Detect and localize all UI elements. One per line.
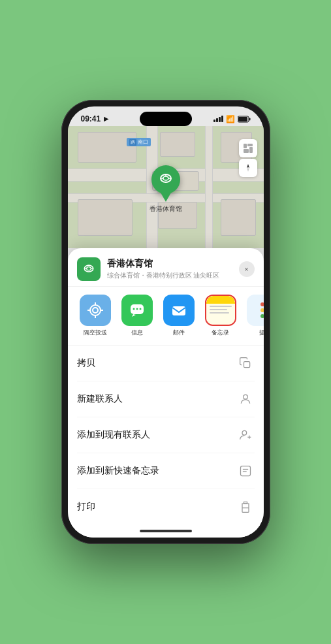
svg-rect-1 — [238, 117, 247, 121]
svg-marker-13 — [247, 168, 249, 172]
print-label: 打印 — [77, 501, 95, 513]
airdrop-icon — [80, 295, 111, 326]
svg-rect-26 — [244, 362, 249, 368]
venue-logo-icon — [82, 263, 95, 276]
message-icon — [121, 295, 153, 326]
action-copy[interactable]: 拷贝 — [77, 346, 255, 381]
person-icon — [236, 390, 255, 408]
road-icon: 路 — [129, 139, 136, 146]
building-6 — [221, 199, 256, 236]
battery-icon — [238, 116, 251, 123]
svg-rect-8 — [244, 144, 247, 148]
add-existing-label: 添加到现有联系人 — [77, 429, 150, 441]
sheet-header: 香港体育馆 综合体育馆・香港特别行政区 油尖旺区 × — [68, 248, 264, 287]
mail-icon — [163, 295, 195, 326]
airdrop-label: 隔空投送 — [84, 329, 107, 337]
mail-label: 邮件 — [173, 329, 185, 337]
new-contact-label: 新建联系人 — [77, 393, 123, 405]
close-button[interactable]: × — [239, 261, 255, 277]
building-1 — [78, 132, 136, 163]
more-share-label: 提 — [259, 329, 264, 337]
share-item-mail[interactable]: 邮件 — [161, 295, 197, 337]
location-arrow-icon: ▶ — [104, 116, 108, 122]
pin-label: 香港体育馆 — [150, 204, 182, 214]
action-add-existing[interactable]: 添加到现有联系人 — [77, 417, 255, 453]
bottom-sheet: 香港体育馆 综合体育馆・香港特别行政区 油尖旺区 × 隔空投 — [68, 248, 264, 538]
share-item-message[interactable]: 信息 — [119, 295, 155, 337]
status-icons: 📶 — [213, 115, 251, 123]
venue-subtitle: 综合体育馆・香港特别行政区 油尖旺区 — [107, 271, 232, 280]
status-time: 09:41 ▶ — [81, 114, 109, 123]
building-2 — [160, 132, 195, 156]
airdrop-logo — [86, 301, 104, 319]
svg-point-27 — [243, 394, 247, 399]
action-print[interactable]: 打印 — [77, 489, 255, 524]
location-button[interactable] — [239, 159, 257, 177]
map-controls — [239, 139, 257, 177]
print-icon — [236, 498, 255, 516]
share-item-airdrop[interactable]: 隔空投送 — [77, 295, 114, 337]
more-icon — [247, 295, 264, 326]
svg-marker-12 — [247, 164, 249, 168]
more-share-wrapper — [247, 295, 264, 326]
person-add-icon — [236, 426, 255, 444]
action-list: 拷贝 新建联系人 — [68, 346, 264, 524]
copy-label: 拷贝 — [77, 357, 95, 369]
home-indicator — [68, 524, 264, 538]
share-row: 隔空投送 信息 — [68, 287, 264, 346]
svg-rect-11 — [249, 147, 253, 153]
svg-point-22 — [133, 308, 134, 310]
venue-info: 香港体育馆 综合体育馆・香港特别行政区 油尖旺区 — [107, 258, 232, 280]
clock: 09:41 — [81, 114, 101, 123]
share-item-more[interactable]: 提 — [244, 295, 264, 337]
notes-label: 备忘录 — [212, 329, 229, 337]
svg-point-18 — [90, 305, 101, 315]
note-icon — [236, 462, 255, 480]
phone-screen: 09:41 ▶ 📶 — [68, 106, 264, 538]
phone-frame: 09:41 ▶ 📶 — [61, 100, 270, 544]
venue-icon — [77, 257, 101, 281]
svg-point-4 — [163, 176, 168, 180]
signal-icon — [213, 116, 223, 122]
venue-name: 香港体育馆 — [107, 258, 232, 270]
svg-point-23 — [136, 308, 138, 310]
home-bar — [140, 530, 192, 532]
wifi-icon: 📶 — [226, 115, 235, 123]
svg-rect-31 — [240, 466, 250, 476]
map-area[interactable]: 路 南口 香港体育馆 — [68, 126, 264, 248]
copy-icon — [236, 354, 255, 372]
message-logo — [128, 301, 146, 319]
pin-icon — [151, 165, 180, 194]
svg-rect-35 — [244, 502, 247, 504]
svg-rect-2 — [249, 118, 250, 120]
building-4 — [78, 199, 133, 236]
svg-rect-25 — [172, 306, 185, 315]
road-v2 — [205, 126, 213, 248]
road-label: 路 南口 — [127, 138, 151, 146]
action-add-note[interactable]: 添加到新快速备忘录 — [77, 453, 255, 489]
svg-rect-9 — [247, 144, 253, 146]
dynamic-island — [140, 112, 192, 126]
map-type-icon — [243, 143, 253, 153]
svg-point-15 — [86, 267, 91, 270]
location-pin: 香港体育馆 — [150, 165, 182, 214]
svg-point-28 — [242, 430, 247, 435]
svg-point-19 — [93, 308, 98, 313]
message-label: 信息 — [131, 329, 143, 337]
notes-icon — [206, 296, 235, 325]
share-item-notes[interactable]: 备忘录 — [202, 295, 239, 337]
mail-logo — [170, 301, 188, 319]
svg-rect-34 — [242, 508, 249, 513]
compass-icon — [244, 163, 253, 172]
stadium-icon — [158, 172, 174, 187]
map-type-button[interactable] — [239, 139, 257, 157]
notes-icon-wrapper — [205, 295, 236, 326]
add-note-label: 添加到新快速备忘录 — [77, 465, 159, 477]
svg-rect-10 — [244, 149, 249, 153]
svg-marker-21 — [132, 314, 136, 317]
svg-point-24 — [139, 308, 141, 310]
action-new-contact[interactable]: 新建联系人 — [77, 381, 255, 417]
road-label-text: 南口 — [138, 138, 148, 146]
